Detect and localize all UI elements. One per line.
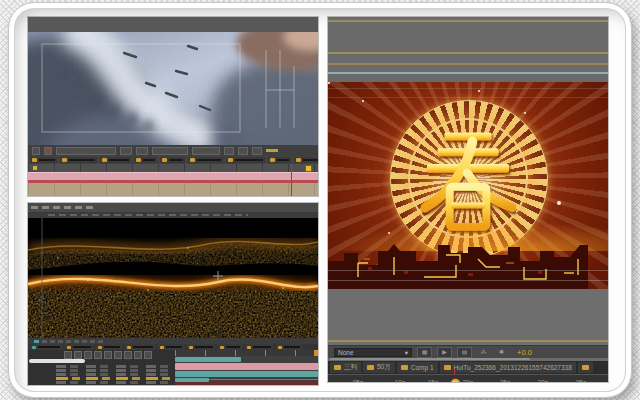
folder-icon	[32, 158, 37, 162]
overlay-line	[328, 88, 608, 89]
selection-tool-icon[interactable]	[64, 351, 72, 359]
tool-button[interactable]	[252, 147, 262, 155]
folder-icon	[98, 346, 102, 349]
comp-mini-icon[interactable]	[74, 340, 79, 343]
shape-tool-icon[interactable]	[144, 351, 152, 359]
track-line	[328, 340, 608, 342]
playhead-icon[interactable]	[450, 378, 461, 382]
time-ruler[interactable]: 05s 10s 15s 20s 25s 30s 35s	[328, 374, 608, 382]
folder-icon	[247, 346, 251, 349]
folder-icon	[102, 158, 107, 162]
layer-row[interactable]	[56, 369, 174, 372]
work-area-end-marker[interactable]	[314, 350, 318, 356]
folder-icon	[278, 346, 282, 349]
comp-tab[interactable]	[226, 157, 265, 163]
pen-tool-icon[interactable]	[134, 351, 142, 359]
comp-tab-label: 50万	[377, 363, 391, 372]
view-options-dropdown[interactable]	[152, 147, 188, 155]
tool-button[interactable]	[44, 147, 52, 155]
crosshatch-mat: 春 None ▾ ▦	[0, 0, 640, 400]
comp-tab[interactable]	[60, 157, 97, 163]
comp-mini-icon[interactable]	[50, 340, 55, 343]
layer-row[interactable]	[56, 373, 174, 376]
comp-tab[interactable]	[294, 157, 318, 163]
overlay-line	[328, 280, 608, 281]
graph-editor-icon[interactable]: ▤	[457, 347, 472, 358]
duration-bar-teal[interactable]	[175, 371, 318, 377]
text-tool-icon[interactable]	[104, 351, 112, 359]
ruler-tick-label: 05s	[353, 379, 363, 382]
mode-dropdown-value: None	[338, 349, 354, 356]
empty-panel-area	[328, 289, 608, 345]
playhead[interactable]	[291, 164, 292, 196]
brainstorm-icon[interactable]: ⁂	[477, 348, 490, 357]
track-line	[328, 20, 608, 22]
duration-bar-thin[interactable]	[209, 379, 318, 380]
particle-artwork	[28, 218, 318, 338]
folder-icon	[160, 346, 164, 349]
comp-tab[interactable]: 三列	[330, 362, 361, 373]
comp-tab[interactable]	[30, 157, 57, 163]
comp-tab[interactable]: 50万	[363, 362, 395, 373]
timeline-track-area[interactable]	[28, 183, 318, 196]
overlay-line	[328, 97, 608, 98]
comp-mini-icon[interactable]	[66, 340, 71, 343]
comp-mini-icon[interactable]	[34, 340, 39, 343]
layer-row[interactable]	[56, 365, 174, 368]
comp-mini-icon[interactable]	[82, 340, 87, 343]
folder-icon	[582, 365, 589, 370]
zoom-tool-icon[interactable]	[84, 351, 92, 359]
tool-button[interactable]	[192, 147, 220, 155]
folder-icon	[367, 365, 374, 370]
ruler-tick-label: 10s	[395, 379, 405, 382]
folder-icon	[334, 365, 341, 370]
folder-icon	[136, 158, 141, 162]
duration-bar-maroon[interactable]	[175, 382, 318, 385]
frame-blend-icon[interactable]: ▦	[417, 347, 432, 358]
comp-mini-icon[interactable]	[58, 340, 63, 343]
playhead-tick	[454, 370, 455, 375]
particle-comp-viewer	[28, 218, 318, 338]
comp-tab[interactable]	[268, 157, 291, 163]
hand-tool-icon[interactable]	[74, 351, 82, 359]
shy-layers-icon[interactable]: ✱	[495, 348, 508, 357]
stamp-tool-icon[interactable]	[124, 351, 132, 359]
comp-tab[interactable]: Comp 1	[397, 362, 438, 373]
layer-row-selected[interactable]	[56, 377, 174, 380]
duration-bar-teal[interactable]	[175, 357, 241, 362]
time-ruler[interactable]	[175, 350, 318, 356]
tool-button[interactable]	[238, 147, 248, 155]
tool-button[interactable]	[32, 147, 40, 155]
comp-tab[interactable]	[160, 157, 185, 163]
rotate-tool-icon[interactable]	[94, 351, 102, 359]
timeline-toolbar: None ▾ ▦ ▶ ▤ ⁂ ✱ +0.0	[328, 345, 608, 358]
tools-row	[64, 351, 152, 359]
magnification-dropdown[interactable]	[56, 147, 116, 155]
keyframe-marker[interactable]	[33, 166, 37, 170]
motion-blur-icon[interactable]: ▶	[437, 347, 452, 358]
track-area	[175, 350, 318, 385]
comp-mini-icon[interactable]	[90, 340, 95, 343]
horizontal-scrollbar[interactable]	[330, 358, 530, 360]
comp-tab-partial[interactable]	[578, 362, 593, 373]
tool-button[interactable]	[136, 147, 148, 155]
track-line-blue	[328, 72, 608, 74]
comp-tab[interactable]: HuiTu_252366_20131226155742627338	[440, 362, 576, 373]
window-title-text	[31, 206, 93, 209]
mode-dropdown[interactable]: None ▾	[334, 348, 412, 357]
comp-tab[interactable]	[134, 157, 157, 163]
tool-button[interactable]	[120, 147, 132, 155]
overlay-line	[328, 270, 608, 271]
comp-tab[interactable]	[100, 157, 131, 163]
comp-tab[interactable]	[188, 157, 223, 163]
keyframe-marker[interactable]	[305, 165, 312, 172]
duration-bar-pink[interactable]	[175, 363, 318, 370]
layer-row[interactable]	[56, 381, 174, 384]
horizontal-scrollbar[interactable]	[29, 359, 85, 363]
offset-value: +0.0	[517, 348, 532, 357]
tool-button[interactable]	[224, 147, 234, 155]
time-ruler[interactable]	[28, 164, 318, 172]
comp-mini-icon[interactable]	[42, 340, 47, 343]
comp-mini-icon[interactable]	[98, 340, 103, 343]
brush-tool-icon[interactable]	[114, 351, 122, 359]
